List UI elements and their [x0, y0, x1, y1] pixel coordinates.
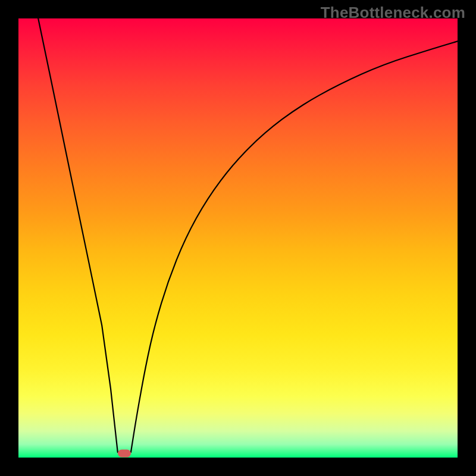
- optimal-marker: [118, 449, 131, 457]
- bottleneck-curve: [18, 18, 458, 458]
- curve-right: [131, 41, 458, 452]
- watermark-text: TheBottleneck.com: [321, 4, 465, 22]
- curve-left: [38, 18, 118, 452]
- plot-area: [18, 18, 458, 458]
- chart-frame: TheBottleneck.com: [0, 0, 476, 476]
